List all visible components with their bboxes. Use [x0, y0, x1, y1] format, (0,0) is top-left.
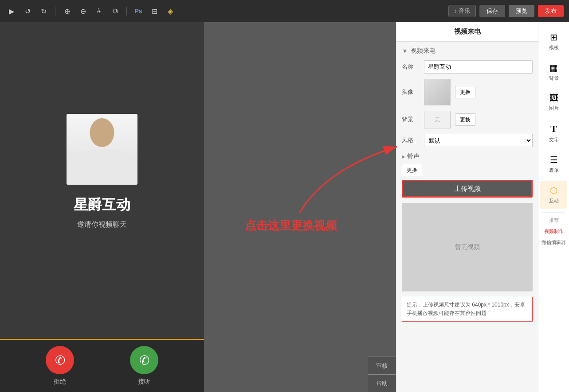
style-label: 风格 — [402, 136, 420, 144]
sidebar-item-image[interactable]: 🖼 图片 — [540, 89, 567, 116]
template-icon: ⊞ — [550, 32, 557, 43]
color-icon[interactable]: ◈ — [164, 5, 177, 17]
publish-button[interactable]: 发布 — [538, 5, 564, 17]
sidebar-recommend: 推荐 — [538, 215, 569, 225]
main-area: 星爵互动 邀请你视频聊天 ✆ 拒绝 ✆ 接听 点击这里更换视频 — [0, 22, 569, 392]
bg-none-label: 无 — [435, 116, 440, 124]
accept-button[interactable]: ✆ — [130, 346, 158, 374]
review-button[interactable]: 审核 — [368, 357, 396, 374]
form-label: 表单 — [549, 167, 559, 174]
avatar-thumb-image — [424, 79, 450, 105]
section-label: 视频来电 — [411, 47, 436, 55]
grid-icon[interactable]: # — [93, 5, 105, 17]
interact-icon: ⬡ — [550, 185, 557, 196]
name-input[interactable] — [424, 60, 533, 74]
right-panel-title: 视频来电 — [396, 22, 538, 42]
redo-icon[interactable]: ↻ — [37, 5, 50, 17]
sidebar-video-link[interactable]: 视频制作 — [538, 226, 569, 237]
reject-label: 拒绝 — [54, 378, 66, 386]
avatar-label: 头像 — [402, 88, 420, 96]
phone-preview: 星爵互动 邀请你视频聊天 — [0, 22, 204, 339]
save-button[interactable]: 保存 — [479, 5, 505, 17]
ringtone-arrow: ▶ — [402, 154, 405, 159]
sidebar-item-form[interactable]: ☰ 表单 — [540, 150, 567, 178]
name-row: 名称 — [402, 60, 533, 74]
middle-panel: 点击这里更换视频 审核 帮助 — [204, 22, 396, 392]
zoom-out-icon[interactable]: ⊖ — [77, 5, 89, 17]
sidebar-item-interact[interactable]: ⬡ 互动 — [540, 181, 567, 209]
caller-name: 星爵互动 — [74, 195, 130, 215]
no-video-label: 暂无视频 — [455, 243, 480, 251]
image-label: 图片 — [549, 105, 559, 112]
sidebar-divider — [542, 212, 565, 213]
template-label: 模板 — [549, 44, 559, 51]
zoom-in-icon[interactable]: ⊕ — [61, 5, 73, 17]
align-icon[interactable]: ⊟ — [148, 5, 161, 17]
sidebar-item-background[interactable]: ▦ 背景 — [540, 58, 567, 86]
separator-2 — [126, 7, 127, 16]
sidebar-item-template[interactable]: ⊞ 模板 — [540, 27, 567, 55]
far-right-sidebar: ⊞ 模板 ▦ 背景 🖼 图片 T 文字 ☰ 表单 ⬡ 互动 推荐 视频制作 微信… — [538, 22, 569, 392]
right-panel-content: ▼ 视频来电 名称 头像 更换 背景 无 — [396, 42, 538, 392]
music-button[interactable]: ♪ 音乐 — [448, 5, 476, 17]
bg-label: 背景 — [402, 116, 420, 124]
style-row: 风格 默认 — [402, 134, 533, 147]
text-label: 文字 — [549, 136, 559, 143]
undo-icon[interactable]: ↺ — [21, 5, 34, 17]
style-select[interactable]: 默认 — [424, 134, 533, 147]
caller-subtitle: 邀请你视频聊天 — [77, 220, 127, 229]
avatar-change-button[interactable]: 更换 — [455, 86, 475, 98]
ringtone-change-button[interactable]: 更换 — [402, 164, 422, 176]
tip-text: 提示：上传视频尺寸建议为 640px * 1010px，安卓手机播放视频可能存在… — [407, 302, 525, 316]
left-panel: 星爵互动 邀请你视频聊天 ✆ 拒绝 ✆ 接听 — [0, 22, 204, 392]
text-icon: T — [550, 123, 557, 135]
caller-avatar — [67, 114, 137, 185]
phone-buttons: ✆ 拒绝 ✆ 接听 — [0, 339, 204, 392]
accept-label: 接听 — [138, 378, 150, 386]
background-label: 背景 — [549, 75, 559, 82]
annotation-text: 点击这里更换视频 — [245, 218, 337, 233]
ringtone-label: 铃声 — [407, 152, 420, 160]
reject-button[interactable]: ✆ — [46, 346, 74, 374]
bg-change-button[interactable]: 更换 — [455, 113, 475, 126]
help-button[interactable]: 帮助 — [368, 374, 396, 392]
interact-label: 互动 — [549, 198, 559, 204]
background-icon: ▦ — [549, 62, 558, 73]
separator-1 — [55, 7, 55, 16]
section-arrow: ▼ — [402, 47, 408, 54]
avatar-thumbnail — [424, 79, 451, 105]
video-placeholder: 暂无视频 — [402, 203, 533, 291]
layers-icon[interactable]: ⧉ — [109, 5, 121, 17]
right-panel: 视频来电 ▼ 视频来电 名称 头像 更换 背景 — [396, 22, 538, 392]
ringtone-section: ▶ 铃声 更换 — [402, 152, 533, 176]
avatar-row: 头像 更换 — [402, 79, 533, 105]
sidebar-item-text[interactable]: T 文字 — [540, 119, 567, 147]
ringtone-header: ▶ 铃声 — [402, 152, 533, 160]
ps-icon[interactable]: Ps — [132, 5, 145, 17]
play-icon[interactable]: ▶ — [5, 5, 18, 17]
tip-box: 提示：上传视频尺寸建议为 640px * 1010px，安卓手机播放视频可能存在… — [402, 297, 533, 322]
reject-wrapper: ✆ 拒绝 — [46, 346, 74, 386]
toolbar-right: ♪ 音乐 保存 预览 发布 — [448, 5, 564, 17]
image-icon: 🖼 — [549, 93, 558, 103]
bg-preview: 无 — [424, 111, 451, 128]
accept-wrapper: ✆ 接听 — [130, 346, 158, 386]
preview-button[interactable]: 预览 — [509, 5, 534, 17]
sidebar-wechat-link[interactable]: 微信编辑器 — [538, 237, 569, 248]
bottom-right-buttons: 审核 帮助 — [368, 357, 396, 392]
avatar-image — [67, 114, 137, 185]
name-label: 名称 — [402, 63, 420, 71]
toolbar: ▶ ↺ ↻ ⊕ ⊖ # ⧉ Ps ⊟ ◈ ♪ 音乐 保存 预览 发布 — [0, 0, 569, 22]
section-header: ▼ 视频来电 — [402, 47, 533, 55]
upload-video-button[interactable]: 上传视频 — [402, 180, 533, 198]
form-icon: ☰ — [550, 155, 558, 165]
background-row: 背景 无 更换 — [402, 111, 533, 128]
